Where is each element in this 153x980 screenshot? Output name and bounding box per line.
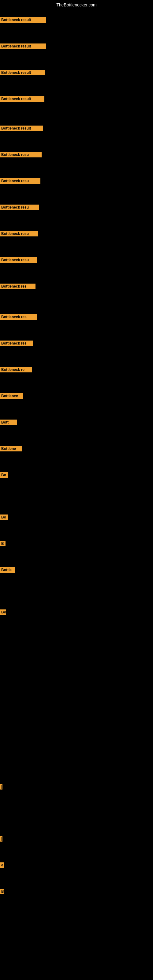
site-title: TheBottlenecker.com xyxy=(56,2,97,7)
bottleneck-badge: Bo xyxy=(0,609,6,615)
bottleneck-badge: | xyxy=(0,836,2,842)
bottleneck-badge: Bottleneck result xyxy=(0,126,43,131)
bottleneck-badge: Bo xyxy=(0,472,8,478)
bottleneck-badge: Bottleneck resu xyxy=(0,257,37,263)
bottleneck-badge: B xyxy=(0,541,5,546)
bottleneck-badge: Bottleneck result xyxy=(0,70,45,75)
bottleneck-badge: Bottleneck result xyxy=(0,43,46,49)
bottleneck-badge: Bottleneck resu xyxy=(0,178,40,184)
bottleneck-badge: Bott xyxy=(0,420,17,425)
bottleneck-badge: Bottleneck resu xyxy=(0,152,41,158)
bottleneck-badge: Bottleneck resu xyxy=(0,205,39,210)
bottleneck-badge: B xyxy=(0,889,4,894)
bottleneck-badge: Bottleneck re xyxy=(0,367,32,372)
bottleneck-badge: Bottleneck res xyxy=(0,314,37,320)
bottleneck-badge: e xyxy=(0,862,4,868)
bottleneck-badge: Bottleneck result xyxy=(0,17,46,23)
bottleneck-badge: Bottleneck res xyxy=(0,340,33,346)
bottleneck-badge: | xyxy=(0,784,2,789)
bottleneck-badge: Bottleneck res xyxy=(0,283,35,289)
bottleneck-badge: Bottleneck resu xyxy=(0,231,38,236)
bottleneck-badge: Bottlenec xyxy=(0,393,23,399)
bottleneck-badge: Bottle xyxy=(0,567,15,573)
bottleneck-badge: Bottlene xyxy=(0,446,22,452)
bottleneck-badge: Bo xyxy=(0,514,8,520)
bottleneck-badge: Bottleneck result xyxy=(0,96,45,102)
